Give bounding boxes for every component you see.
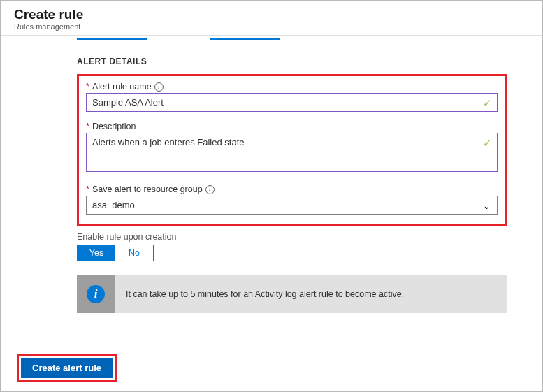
rule-name-label: Alert rule name [92,82,152,92]
info-icon[interactable]: i [154,82,164,92]
section-title: ALERT DETAILS [77,57,507,68]
resource-group-label: Save alert to resource group [92,184,203,194]
rule-name-field: * Alert rule name i ✓ [86,82,498,112]
enable-toggle: Yes No [77,245,154,261]
enable-rule-row: Enable rule upon creation Yes No [77,232,507,261]
enable-yes-button[interactable]: Yes [78,245,115,261]
page-subtitle: Rules management [14,22,529,31]
info-icon: i [87,285,105,303]
page-title: Create rule [14,7,529,22]
description-field: * Description Alerts when a job enteres … [86,122,498,175]
create-button-highlight: Create alert rule [17,354,117,382]
info-note: i It can take up to 5 minutes for an Act… [77,275,507,313]
check-icon: ✓ [483,137,492,150]
required-marker: * [86,122,89,131]
info-icon[interactable]: i [205,185,215,194]
resource-group-select[interactable]: asa_demo [86,196,498,215]
resource-group-field: * Save alert to resource group i asa_dem… [86,184,498,215]
info-note-text: It can take up to 5 minutes for an Activ… [115,289,415,299]
rule-name-input[interactable] [86,93,498,112]
create-alert-rule-button[interactable]: Create alert rule [21,358,113,378]
description-input[interactable]: Alerts when a job enteres Failed state [86,133,498,172]
page-header: Create rule Rules management [1,1,542,36]
alert-details-box: * Alert rule name i ✓ * Description Aler… [77,74,507,226]
description-label: Description [92,122,136,131]
enable-no-button[interactable]: No [115,245,153,261]
required-marker: * [86,82,89,92]
required-marker: * [86,184,89,194]
enable-rule-label: Enable rule upon creation [77,232,507,242]
check-icon: ✓ [483,97,492,110]
